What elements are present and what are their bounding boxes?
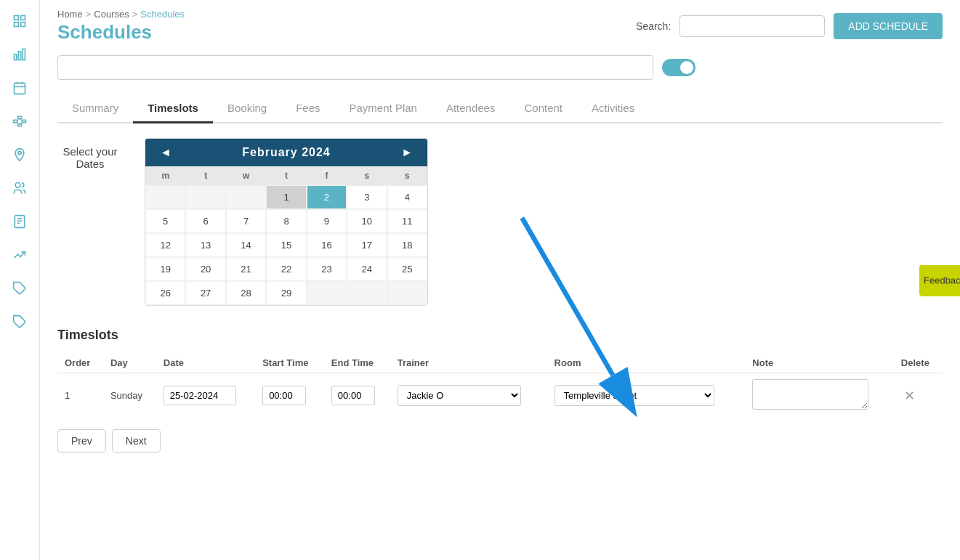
cal-day-t2: t (266, 166, 306, 185)
cal-cell-4[interactable]: 4 (387, 185, 427, 209)
filter-input[interactable]: In Company Schedule (57, 55, 653, 80)
sidebar-icon-tag1[interactable] (6, 275, 33, 302)
cal-cell-19[interactable]: 19 (145, 257, 185, 281)
svg-rect-12 (18, 116, 22, 118)
cal-cell-16[interactable]: 16 (307, 233, 347, 257)
svg-point-19 (18, 151, 21, 154)
cal-cell-27[interactable]: 27 (185, 281, 225, 305)
toggle-wrap (662, 59, 695, 76)
breadcrumb-home[interactable]: Home (57, 9, 83, 20)
cal-day-s2: s (387, 166, 427, 185)
in-company-toggle[interactable] (662, 59, 695, 76)
cal-cell-15[interactable]: 15 (266, 233, 306, 257)
pagination-buttons: Prev Next (57, 429, 943, 453)
cal-cell-23[interactable]: 23 (307, 257, 347, 281)
sidebar-icon-people[interactable] (6, 174, 33, 202)
sidebar-icon-trend[interactable] (6, 241, 33, 269)
cell-start-time (255, 373, 324, 418)
cal-cell-14[interactable]: 14 (226, 233, 266, 257)
col-delete: Delete (894, 353, 943, 373)
cell-note (745, 373, 894, 418)
prev-button[interactable]: Prev (57, 429, 106, 453)
cal-day-f: f (307, 166, 347, 185)
start-time-input[interactable] (262, 386, 306, 405)
cal-cell-3[interactable]: 3 (347, 185, 387, 209)
cell-end-time (324, 373, 390, 418)
search-input[interactable] (679, 15, 825, 37)
col-start-time: Start Time (255, 353, 324, 373)
cal-cell-1[interactable]: 1 (266, 185, 306, 209)
feedback-tab[interactable]: Feedback (919, 264, 960, 296)
header-right: Search: ADD SCHEDULE (636, 13, 943, 39)
tab-attendees[interactable]: Attendees (432, 94, 510, 123)
tab-fees[interactable]: Fees (281, 94, 334, 123)
tab-content[interactable]: Content (509, 94, 577, 123)
cal-cell-11[interactable]: 11 (387, 209, 427, 233)
tabs-bar: Summary Timeslots Booking Fees Payment P… (57, 94, 943, 123)
sidebar-icon-report[interactable] (6, 208, 33, 235)
sidebar-icon-structure[interactable] (6, 107, 33, 135)
tab-booking[interactable]: Booking (213, 94, 281, 123)
svg-rect-0 (15, 16, 19, 20)
cal-cell-28[interactable]: 28 (226, 281, 266, 305)
svg-rect-2 (15, 23, 19, 27)
col-end-time: End Time (324, 353, 390, 373)
breadcrumb-sep2: > (132, 9, 138, 20)
cal-day-m: m (145, 166, 185, 185)
room-select[interactable]: Templeville street Room 2 Room 3 (554, 385, 714, 406)
next-button[interactable]: Next (112, 429, 161, 453)
cal-cell-7[interactable]: 7 (226, 209, 266, 233)
breadcrumb: Home > Courses > Schedules (57, 9, 185, 20)
cal-next-button[interactable]: ► (397, 146, 417, 159)
cal-cell-20[interactable]: 20 (185, 257, 225, 281)
cal-cell-22[interactable]: 22 (266, 257, 306, 281)
cell-order: 1 (57, 373, 103, 418)
end-time-input[interactable] (331, 386, 375, 405)
sidebar-icon-grid[interactable] (6, 7, 33, 35)
cal-prev-button[interactable]: ◄ (156, 146, 176, 159)
breadcrumb-courses[interactable]: Courses (94, 9, 129, 20)
cal-cell-9[interactable]: 9 (307, 209, 347, 233)
trainer-select[interactable]: Jackie O Trainer 2 Trainer 3 (398, 385, 521, 406)
add-schedule-button[interactable]: ADD SCHEDULE (834, 13, 943, 39)
cal-cell-17[interactable]: 17 (347, 233, 387, 257)
cal-cell-13[interactable]: 13 (185, 233, 225, 257)
timeslots-table: Order Day Date Start Time End Time Train… (57, 353, 943, 418)
svg-rect-3 (21, 23, 25, 27)
tab-timeslots[interactable]: Timeslots (133, 94, 213, 123)
timeslots-tbody: 1 Sunday Jackie O (57, 373, 943, 418)
cal-cell-2[interactable]: 2 (307, 185, 347, 209)
sidebar-icon-chart[interactable] (6, 41, 33, 68)
cal-cell-26[interactable]: 26 (145, 281, 185, 305)
date-input[interactable] (164, 386, 236, 405)
sidebar-icon-calendar[interactable] (6, 74, 33, 102)
tab-summary[interactable]: Summary (57, 94, 133, 123)
cal-cell-21[interactable]: 21 (226, 257, 266, 281)
note-textarea[interactable] (752, 379, 868, 410)
tab-payment-plan[interactable]: Payment Plan (335, 94, 432, 123)
cal-cell-8[interactable]: 8 (266, 209, 306, 233)
delete-row-button[interactable]: ✕ (901, 388, 918, 404)
cal-cell-29[interactable]: 29 (266, 281, 306, 305)
cal-cell-12[interactable]: 12 (145, 233, 185, 257)
col-order: Order (57, 353, 103, 373)
svg-rect-4 (15, 54, 17, 60)
cal-cell-6[interactable]: 6 (185, 209, 225, 233)
cal-cell-10[interactable]: 10 (347, 209, 387, 233)
timeslots-header-row: Order Day Date Start Time End Time Train… (57, 353, 943, 373)
cal-cell-18[interactable]: 18 (387, 233, 427, 257)
cell-room: Templeville street Room 2 Room 3 (547, 373, 746, 418)
cell-day: Sunday (103, 373, 156, 418)
cal-cell-25[interactable]: 25 (387, 257, 427, 281)
cal-cell-5[interactable]: 5 (145, 209, 185, 233)
cal-cell-empty2 (185, 185, 225, 209)
timeslots-section: Timeslots Order Day Date Start Time End … (57, 328, 943, 453)
breadcrumb-sep1: > (86, 9, 92, 20)
sidebar-icon-location[interactable] (6, 141, 33, 169)
col-room: Room (547, 353, 746, 373)
sidebar (0, 0, 40, 560)
cell-delete: ✕ (894, 373, 943, 418)
sidebar-icon-tag2[interactable] (6, 308, 33, 336)
cal-cell-24[interactable]: 24 (347, 257, 387, 281)
tab-activities[interactable]: Activities (577, 94, 649, 123)
